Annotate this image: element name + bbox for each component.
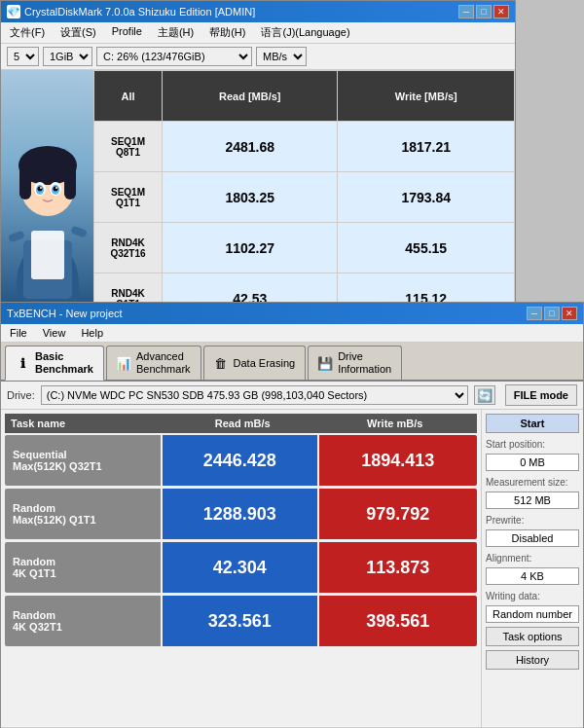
cdm-size-select[interactable]: 1GiB [43,47,92,66]
cdm-col-read: Read [MB/s] [163,71,338,122]
txb-window-controls: ─ □ ✕ [527,307,577,320]
txb-result-row: SequentialMax(512K) Q32T1 2446.428 1894.… [5,435,477,486]
align-value: 4 KB [486,567,579,585]
result-label-2: Random4K Q1T1 [5,542,161,593]
txb-tab-bar: ℹ BasicBenchmark 📊 AdvancedBenchmark 🗑 D… [1,343,583,382]
cdm-toolbar: 5 1GiB C: 26% (123/476GiB) MB/s [1,44,515,70]
result-read-0: 2446.428 [163,435,317,486]
measure-label: Measurement size: [486,477,579,488]
info-icon: ℹ [14,355,31,371]
svg-rect-6 [64,165,76,200]
txb-menu-view[interactable]: View [40,326,69,340]
cdm-menu-lang[interactable]: 语言(J)(Language) [258,24,352,41]
start-pos-value: 0 MB [486,454,579,471]
history-btn[interactable]: History [486,650,579,670]
cdm-row-read-1: 1803.25 [163,172,338,223]
cdm-app-icon: 💎 [7,5,20,18]
cdm-menu-settings[interactable]: 设置(S) [57,24,99,41]
cdm-maximize-btn[interactable]: □ [476,5,492,18]
measure-value: 512 MB [486,491,579,509]
txb-result-row: Random4K Q32T1 323.561 398.561 [5,596,477,646]
txb-result-row: RandomMax(512K) Q1T1 1288.903 979.792 [5,489,477,539]
result-write-3: 398.561 [319,596,478,646]
write-data-label: Writing data: [486,591,579,601]
txb-title-left: TxBENCH - New project [7,308,123,319]
task-options-btn[interactable]: Task options [486,627,579,646]
cdm-row: RND4KQ32T16 1102.27 455.15 [94,223,515,273]
result-read-2: 42.304 [163,542,317,593]
anime-character [4,80,91,323]
cdm-titlebar: 💎 CrystalDiskMark 7.0.0a Shizuku Edition… [1,1,515,22]
start-pos-label: Start position: [486,439,579,450]
cdm-row-label-2: RND4KQ32T16 [94,223,163,273]
col-write: Write mB/s [319,418,472,429]
drive-label: Drive: [7,389,35,401]
cdm-title-text: CrystalDiskMark 7.0.0a Shizuku Edition [… [24,6,255,18]
col-task: Task name [11,418,166,429]
cdm-title-left: 💎 CrystalDiskMark 7.0.0a Shizuku Edition… [7,5,255,18]
txb-menubar: File View Help [1,324,583,343]
cdm-menu-file[interactable]: 文件(F) [7,24,48,41]
txb-maximize-btn[interactable]: □ [544,307,560,320]
results-header: Task name Read mB/s Write mB/s [5,414,477,433]
erasing-icon: 🗑 [212,355,230,371]
result-label-3: Random4K Q32T1 [5,596,161,646]
prewrite-label: Prewrite: [486,515,579,526]
tab-data-erasing[interactable]: 🗑 Data Erasing [203,346,307,380]
svg-point-11 [37,187,42,192]
cdm-menu-help[interactable]: 帮助(H) [206,24,248,41]
svg-point-12 [53,187,57,192]
cdm-row-label-1: SEQ1MQ1T1 [94,172,163,223]
txb-menu-file[interactable]: File [7,326,30,340]
svg-point-14 [55,187,57,189]
cdm-unit-select[interactable]: MB/s [256,47,307,66]
svg-rect-2 [31,231,64,279]
cdm-menubar: 文件(F) 设置(S) Profile 主题(H) 帮助(H) 语言(J)(La… [1,22,515,44]
cdm-row-label-0: SEQ1MQ8T1 [94,122,163,172]
cdm-benchmark-table: All Read [MB/s] Write [MB/s] SEQ1MQ8T1 2… [93,70,515,324]
result-label-1: RandomMax(512K) Q1T1 [5,489,161,539]
txb-titlebar: TxBENCH - New project ─ □ ✕ [1,303,583,324]
svg-point-13 [40,187,42,189]
result-write-2: 113.873 [319,542,478,593]
txb-minimize-btn[interactable]: ─ [527,307,542,320]
cdm-row-read-0: 2481.68 [163,122,338,172]
result-label-0: SequentialMax(512K) Q32T1 [5,435,161,486]
chart-icon: 📊 [115,355,132,371]
cdm-count-select[interactable]: 5 [7,47,39,66]
tab-basic-benchmark[interactable]: ℹ BasicBenchmark [5,346,104,381]
cdm-row-write-1: 1793.84 [338,172,515,223]
txb-close-btn[interactable]: ✕ [562,307,577,320]
file-mode-btn[interactable]: FILE mode [505,384,577,406]
txb-menu-help[interactable]: Help [78,326,106,340]
tab-drive-information[interactable]: 💾 DriveInformation [308,346,402,380]
cdm-row: SEQ1MQ8T1 2481.68 1817.21 [94,122,515,172]
cdm-content: All Read [MB/s] Write [MB/s] SEQ1MQ8T1 2… [1,70,515,324]
drive-icon: 💾 [316,355,334,371]
cdm-close-btn[interactable]: ✕ [493,5,509,18]
txb-title-text: TxBENCH - New project [7,308,123,319]
cdm-window-controls: ─ □ ✕ [458,5,509,18]
txb-result-row: Random4K Q1T1 42.304 113.873 [5,542,477,593]
svg-rect-16 [70,226,88,238]
start-btn[interactable]: Start [486,414,579,433]
prewrite-value: Disabled [486,529,579,547]
result-read-3: 323.561 [163,596,317,646]
cdm-row-write-2: 455.15 [338,223,515,273]
write-data-value: Random number [486,605,579,623]
align-label: Alignment: [486,553,579,564]
drive-select[interactable]: (C:) NVMe WDC PC SN530 SDB 475.93 GB (99… [41,385,468,405]
txb-rows-container: SequentialMax(512K) Q32T1 2446.428 1894.… [5,435,477,646]
drive-refresh-btn[interactable]: 🔄 [474,385,495,405]
result-read-1: 1288.903 [163,489,317,539]
col-read: Read mB/s [166,418,319,429]
cdm-col-all: All [94,71,163,122]
cdm-drive-select[interactable]: C: 26% (123/476GiB) [96,47,252,66]
txb-main-content: Task name Read mB/s Write mB/s Sequentia… [1,410,583,727]
cdm-menu-profile[interactable]: Profile [109,24,145,41]
cdm-minimize-btn[interactable]: ─ [458,5,474,18]
txb-window: TxBENCH - New project ─ □ ✕ File View He… [0,302,584,728]
cdm-menu-theme[interactable]: 主题(H) [155,24,197,41]
cdm-window: 💎 CrystalDiskMark 7.0.0a Shizuku Edition… [0,0,516,302]
tab-advanced-benchmark[interactable]: 📊 AdvancedBenchmark [106,346,201,380]
